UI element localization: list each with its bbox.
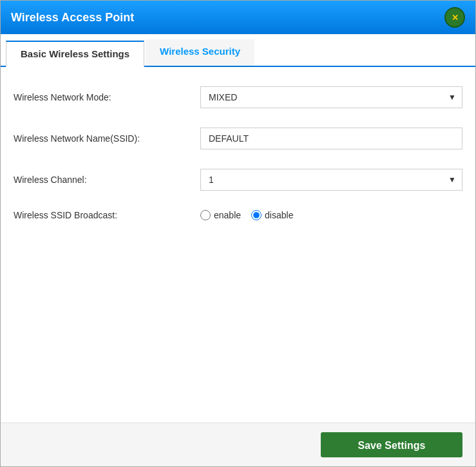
save-settings-button[interactable]: Save Settings [321, 432, 462, 457]
tab-basic-wireless-settings[interactable]: Basic Wireless Settings [6, 41, 144, 67]
network-mode-select[interactable]: MIXED B-Only G-Only N-Only BG-Mixed Disa… [200, 86, 462, 108]
window-title: Wireless Access Point [11, 11, 134, 24]
tab-wireless-security[interactable]: Wireless Security [146, 39, 254, 66]
network-mode-label: Wireless Network Mode: [14, 92, 200, 102]
network-mode-select-wrapper: MIXED B-Only G-Only N-Only BG-Mixed Disa… [200, 86, 462, 108]
channel-control: 1 2 3 4 5 6 7 8 9 10 11 Auto ▼ [200, 169, 462, 191]
channel-select[interactable]: 1 2 3 4 5 6 7 8 9 10 11 Auto [200, 169, 462, 191]
channel-row: Wireless Channel: 1 2 3 4 5 6 7 8 9 10 1… [14, 169, 462, 191]
ssid-broadcast-enable-label[interactable]: enable [200, 210, 241, 220]
ssid-broadcast-disable-label[interactable]: disable [251, 210, 293, 220]
ssid-broadcast-radio-group: enable disable [200, 210, 462, 220]
channel-label: Wireless Channel: [14, 175, 200, 185]
titlebar: Wireless Access Point [1, 1, 475, 34]
ssid-input[interactable] [200, 128, 462, 149]
network-name-control [200, 128, 462, 149]
network-name-row: Wireless Network Name(SSID): [14, 128, 462, 149]
ssid-broadcast-row: Wireless SSID Broadcast: enable disable [14, 210, 462, 220]
content-area: Wireless Network Mode: MIXED B-Only G-On… [1, 67, 475, 423]
ssid-broadcast-control: enable disable [200, 210, 462, 220]
tabbar: Basic Wireless Settings Wireless Securit… [1, 34, 475, 67]
ssid-broadcast-label: Wireless SSID Broadcast: [14, 210, 200, 220]
network-mode-control: MIXED B-Only G-Only N-Only BG-Mixed Disa… [200, 86, 462, 108]
ssid-broadcast-enable-radio[interactable] [200, 210, 211, 220]
ssid-broadcast-disable-radio[interactable] [251, 210, 262, 220]
network-name-label: Wireless Network Name(SSID): [14, 133, 200, 144]
window: Wireless Access Point Basic Wireless Set… [0, 0, 476, 467]
channel-select-wrapper: 1 2 3 4 5 6 7 8 9 10 11 Auto ▼ [200, 169, 462, 191]
network-mode-row: Wireless Network Mode: MIXED B-Only G-On… [14, 86, 462, 108]
close-button[interactable] [444, 7, 465, 28]
footer: Save Settings [1, 423, 475, 466]
